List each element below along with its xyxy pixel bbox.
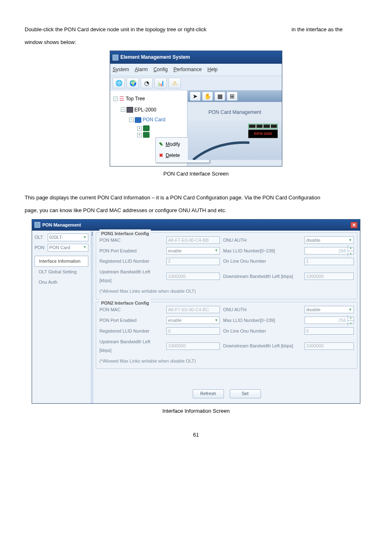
pon2-upbw-label: Upstream Bandwidth Left [kbps] [99, 338, 163, 355]
pon2-online-label: On Line Onu Number [223, 327, 301, 335]
pon2-downbw-value: 1000000 [304, 342, 354, 350]
pon1-port-select[interactable]: enable▼ [166, 247, 220, 254]
pon-content: PON1 Interface Config PON MAC A8-F7-E0-0… [93, 231, 360, 403]
collapse-icon[interactable]: − [121, 107, 125, 112]
pon2-upbw-value: 1000000 [166, 342, 220, 350]
pon-body: OLT 020LT- ▼ PON PON Card ▼ Interface In… [32, 231, 360, 403]
ems-window: Element Management System System Alarm C… [110, 51, 282, 166]
pon2-maxllid-input[interactable]: 256▲▼ [304, 317, 354, 324]
section-para-l2: page, you can know like PON Card MAC add… [25, 206, 367, 216]
pon2-onuauth-select[interactable]: disable▼ [304, 306, 354, 313]
ctx-modify-label: Modify [166, 140, 180, 149]
tree-poncard-row[interactable]: − PON Card [112, 115, 185, 125]
device-ports-icon [248, 124, 278, 129]
pon1-regllid-value: 2 [166, 258, 220, 265]
pon1-maxllid-input[interactable]: 256▲▼ [304, 247, 354, 254]
pon1-onuauth-label: ONU AUTH [223, 236, 301, 245]
ems-body: − ☰ Top Tree − EPL-2000 − PON Card [110, 90, 282, 166]
close-icon: ✕ [352, 221, 356, 229]
olt-select[interactable]: 020LT- ▼ [48, 234, 88, 241]
close-button[interactable]: ✕ [350, 222, 357, 228]
tree-epl-label: EPL-2000 [134, 105, 156, 115]
section-para-l1: This page displays the current PON Card … [25, 193, 367, 203]
node-icon [143, 125, 150, 131]
expand-icon[interactable]: + [137, 133, 142, 137]
pon-window: PON Management ✕ OLT 020LT- ▼ PON PON [32, 219, 360, 404]
button-row: Refresh Set [96, 386, 357, 401]
pointer-icon[interactable]: ➤ [190, 92, 201, 101]
device-graphic[interactable]: EIFN-1020 [248, 124, 278, 140]
nav-olt-global[interactable]: OLT Global Setting [35, 267, 88, 277]
stack-icon[interactable]: ▦ [214, 92, 225, 101]
pon2-legend: PON2 Interface Config [99, 299, 151, 308]
app-icon [113, 55, 118, 60]
menu-help[interactable]: Help [208, 65, 218, 74]
collapse-icon[interactable]: − [129, 118, 134, 122]
spin-down-icon[interactable]: ▼ [348, 321, 353, 326]
spin-down-icon[interactable]: ▼ [348, 251, 353, 257]
tree-epl-row[interactable]: − EPL-2000 [112, 105, 185, 115]
pon2-form: PON MAC A8-F7-E0-00-C4-BC ONU AUTH disab… [99, 305, 354, 365]
tree-child1[interactable]: + [112, 125, 185, 132]
toolbar-globe-icon[interactable]: 🌐 [113, 78, 125, 88]
chevron-down-icon: ▼ [83, 244, 87, 251]
tree-root-row[interactable]: − ☰ Top Tree [112, 93, 185, 105]
chevron-down-icon: ▼ [348, 306, 352, 313]
ems-title: Element Management System [120, 53, 190, 62]
set-button[interactable]: Set [230, 389, 261, 398]
intro-line2: window shows below: [25, 37, 367, 48]
collapse-icon[interactable]: − [113, 97, 118, 101]
pon1-downbw-label: Downstream Bandwidth Left [kbps] [223, 272, 301, 281]
olt-selector-row: OLT 020LT- ▼ [35, 233, 88, 242]
ems-tree: − ☰ Top Tree − EPL-2000 − PON Card [110, 90, 187, 166]
tree-root-icon: ☰ [119, 93, 125, 104]
toolbar-warning-icon[interactable]: ⚠ [168, 78, 181, 88]
pon1-upbw-value: 1000000 [166, 273, 220, 280]
menu-alarm[interactable]: Alarm [135, 65, 148, 74]
olt-value: 020LT- [49, 233, 63, 242]
refresh-button[interactable]: Refresh [193, 389, 224, 398]
spin-up-icon[interactable]: ▲ [348, 315, 353, 321]
chevron-down-icon: ▼ [214, 247, 218, 254]
figure1-caption: PON Card Interface Screen [25, 169, 367, 179]
figure-pon: PON Management ✕ OLT 020LT- ▼ PON PON [25, 219, 367, 404]
pon-title: PON Management [42, 221, 81, 229]
pon2-regllid-value: 0 [166, 327, 220, 335]
tree-root-label: Top Tree [126, 94, 145, 104]
nav-interface-info[interactable]: Interface Information [35, 256, 88, 267]
pon2-note: (*Allowed Max Links writable when disabl… [99, 357, 354, 365]
expand-icon[interactable]: + [137, 126, 142, 131]
pon2-onuauth-label: ONU AUTH [223, 305, 301, 314]
pon2-mac-value: A8-F7-E0-00-C4-BC [166, 306, 220, 313]
nav-onu-auth[interactable]: Onu Auth [35, 277, 88, 287]
pon2-port-select[interactable]: enable▼ [166, 317, 220, 324]
pon2-port-label: PON Port Enabled [99, 316, 163, 325]
olt-label: OLT [35, 233, 46, 242]
toolbar-world-icon[interactable]: 🌍 [127, 78, 139, 88]
spin-up-icon[interactable]: ▲ [348, 245, 353, 251]
pon-card-icon [135, 117, 141, 123]
nav-list: Interface Information OLT Global Setting… [35, 256, 88, 287]
menu-performance[interactable]: Performance [173, 65, 202, 74]
toolbar-pie-icon[interactable]: ◔ [141, 78, 153, 88]
chevron-down-icon: ▼ [348, 237, 352, 244]
pon1-onuauth-select[interactable]: disable▼ [304, 236, 354, 244]
pon1-note: (*Allowed Max Links writable when disabl… [99, 287, 354, 296]
pon-sidebar: OLT 020LT- ▼ PON PON Card ▼ Interface In… [32, 231, 91, 403]
hand-icon[interactable]: ✋ [202, 92, 213, 101]
pon1-group: PON1 Interface Config PON MAC A8-F7-E0-0… [96, 232, 357, 299]
ems-right-panel: ➤ ✋ ▦ ⊞ PON Card Management EIFN-1020 [187, 90, 282, 166]
menu-config[interactable]: Config [153, 65, 168, 74]
pon1-upbw-label: Upstream Bandwidth Left [kbps] [99, 268, 163, 285]
intro-line1-post: in the interface as the [291, 26, 342, 32]
toolbar-chart-icon[interactable]: 📊 [154, 78, 167, 88]
ports-icon[interactable]: ⊞ [227, 92, 238, 101]
device-label: EIFN-1020 [248, 130, 278, 138]
menu-system[interactable]: System [113, 65, 129, 74]
pon-select[interactable]: PON Card ▼ [48, 244, 88, 252]
pon1-online-label: On Line Onu Number [223, 257, 301, 266]
intro-line1-pre: Double-click the PON Card device node un… [25, 26, 206, 32]
pon2-regllid-label: Registered LLID Number [99, 327, 163, 335]
modify-icon: ✎ [159, 140, 163, 149]
intro-paragraph: Double-click the PON Card device node un… [25, 25, 367, 35]
